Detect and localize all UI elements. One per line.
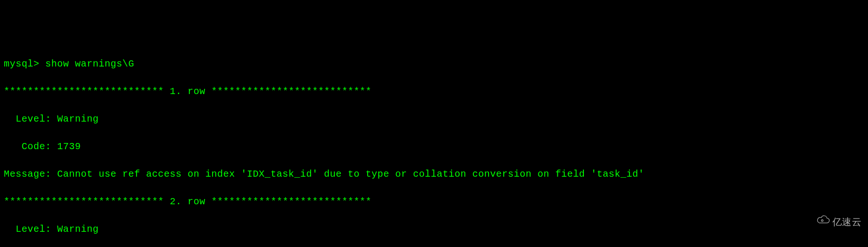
row-separator-1: *************************** 1. row *****… <box>4 85 864 98</box>
svg-point-0 <box>821 219 823 221</box>
row-level-2: Level: Warning <box>4 222 864 236</box>
code-value: 1739 <box>57 141 81 152</box>
mysql-prompt-line: mysql> show warnings\G <box>4 57 864 71</box>
level-value: Warning <box>57 114 99 124</box>
message-value: Cannot use ref access on index 'IDX_task… <box>57 169 645 180</box>
row-number: 2 <box>170 196 176 207</box>
cloud-icon <box>804 200 830 243</box>
row-message-1: Message: Cannot use ref access on index … <box>4 167 864 181</box>
row-code-1: Code: 1739 <box>4 140 864 153</box>
row-separator-2: *************************** 2. row *****… <box>4 195 864 209</box>
watermark: 亿速云 <box>804 200 861 243</box>
mysql-prompt: mysql> show warnings\G <box>4 58 134 69</box>
row-level-1: Level: Warning <box>4 112 864 126</box>
watermark-text: 亿速云 <box>832 215 862 229</box>
row-number: 1 <box>170 86 176 97</box>
level-value: Warning <box>57 224 99 235</box>
